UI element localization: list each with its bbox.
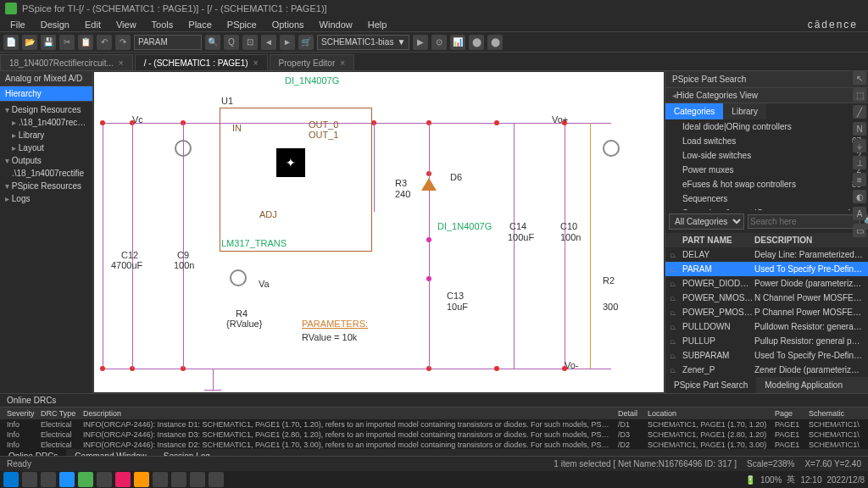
place-part-icon[interactable]: ⬚ [853, 88, 866, 102]
battery-icon[interactable]: 🔋 [745, 475, 755, 485]
close-icon[interactable]: × [119, 58, 124, 68]
run-icon[interactable]: ▶ [413, 35, 428, 50]
ime-icon[interactable]: 英 [787, 474, 795, 485]
part-row-power-pmos[interactable]: ⏢POWER_PMOS_PP Channel Power MOSFET (par… [665, 305, 868, 319]
part-row-power-nmos[interactable]: ⏢POWER_NMOS_PN Channel Power MOSFET (par… [665, 291, 868, 305]
tab-page1[interactable]: / - (SCHEMATIC1 : PAGE1)× [135, 54, 268, 70]
component-lm317[interactable] [220, 108, 372, 252]
diode-icon[interactable] [421, 178, 437, 191]
clock-date[interactable]: 2022/12/8 [827, 475, 865, 485]
explorer-icon[interactable] [41, 472, 56, 487]
probe-icon[interactable]: 📊 [450, 35, 465, 50]
zoom-in-icon[interactable]: 🔍 [205, 35, 220, 50]
cart-icon[interactable]: 🛒 [298, 35, 314, 50]
power-icon[interactable]: ⊥ [853, 156, 866, 169]
part-row-pullup[interactable]: ⏢PULLUPPullup Resistor: general paramete… [665, 334, 868, 348]
ground-icon[interactable] [204, 390, 221, 391]
part-row-subparam[interactable]: ⏢SUBPARAMUsed To Specify Pre-Defined Sub… [665, 348, 868, 363]
app-icon[interactable] [134, 472, 149, 487]
menu-window[interactable]: Window [313, 18, 359, 31]
next-icon[interactable]: ► [280, 35, 295, 50]
port-icon[interactable]: ◐ [853, 190, 866, 203]
tab-design[interactable]: 18_1N4007Rectifiercircuit...× [0, 54, 133, 70]
part-row-param[interactable]: ⏢PARAMUsed To Specify Pre-Defined Parame… [665, 262, 868, 276]
edge-icon[interactable] [59, 472, 75, 487]
app-icon[interactable] [209, 472, 224, 487]
menu-view[interactable]: View [109, 18, 143, 31]
tab-property-editor[interactable]: Property Editor× [270, 54, 355, 70]
app-icon[interactable] [115, 472, 131, 487]
wire[interactable] [213, 369, 214, 390]
parameters-title[interactable]: PARAMETERS: [302, 319, 368, 329]
tree-outputs[interactable]: Outputs [2, 154, 91, 167]
wire[interactable] [103, 123, 103, 369]
cat-load-switches[interactable]: Load switches67 [665, 134, 868, 148]
search-taskbar-icon[interactable] [22, 472, 37, 487]
close-icon[interactable]: × [253, 58, 259, 68]
part-row-pulldown[interactable]: ⏢PULLDOWNPulldown Resistor: general para… [665, 319, 868, 334]
prev-icon[interactable]: ◄ [261, 35, 276, 50]
tab-library[interactable]: Library [723, 103, 766, 119]
bus-icon[interactable]: ≡ [853, 173, 866, 186]
wire-icon[interactable]: ╱ [853, 105, 866, 119]
cat-efuse[interactable]: eFuses & hot swap controllers88 [665, 177, 868, 191]
rect-icon[interactable]: ▭ [853, 224, 866, 237]
sim-icon[interactable]: ⊙ [431, 35, 447, 50]
net-icon[interactable]: N [853, 122, 866, 136]
new-icon[interactable]: 📄 [3, 35, 19, 50]
undo-icon[interactable]: ↶ [97, 35, 112, 50]
menu-pspice[interactable]: PSpice [220, 18, 264, 31]
app-icon[interactable] [171, 472, 186, 487]
wire-r2[interactable] [590, 123, 591, 369]
redo-icon[interactable]: ↷ [115, 35, 131, 50]
tree-output-file[interactable]: .\18_1n4007rectifie [2, 167, 91, 180]
start-icon[interactable] [3, 472, 19, 487]
drc-row[interactable]: InfoElectricalINFO(ORCAP-2446): Instance… [0, 440, 868, 449]
filter-combo[interactable]: All Categories [669, 214, 744, 230]
zoom-fit-icon[interactable]: ⊡ [242, 35, 258, 50]
voltage-probe-icon[interactable] [603, 140, 620, 157]
wire[interactable] [565, 123, 565, 369]
part-row-power-diode[interactable]: ⏢POWER_DIODE_PPower Diode (parameterized… [665, 276, 868, 291]
app-icon[interactable] [153, 472, 168, 487]
cat-power-mux[interactable]: Power muxes2 [665, 163, 868, 177]
cat-ideal-diode[interactable]: Ideal diode|ORing controllers8 [665, 119, 868, 134]
menu-help[interactable]: Help [361, 18, 394, 31]
tree-dsn-file[interactable]: .\18_1n4007rectifier... [2, 116, 91, 129]
voltage-probe-icon[interactable] [230, 269, 247, 286]
menu-file[interactable]: File [3, 18, 32, 31]
sim-profile-combo[interactable]: SCHEMATIC1-bias ▼ [317, 35, 409, 50]
wire-c12[interactable] [132, 123, 133, 369]
wire[interactable] [103, 369, 611, 369]
cut-icon[interactable]: ✂ [59, 35, 75, 50]
tree-layout[interactable]: Layout [2, 141, 91, 154]
wechat-icon[interactable] [78, 472, 93, 487]
part-row-delay[interactable]: ⏢DELAYDelay Line: Parameterized delay [665, 247, 868, 262]
part-search-input[interactable] [134, 35, 202, 50]
open-icon[interactable]: 📂 [22, 35, 37, 50]
copy-icon[interactable]: 📋 [78, 35, 93, 50]
tree-logs[interactable]: Logs [2, 192, 91, 205]
wire-r3[interactable] [374, 123, 375, 212]
drc-row[interactable]: InfoElectricalINFO(ORCAP-2446): Instance… [0, 430, 868, 440]
select-icon[interactable]: ↖ [853, 71, 866, 85]
text-icon[interactable]: A [853, 207, 866, 220]
wire-c9[interactable] [183, 123, 184, 369]
app-icon[interactable] [190, 472, 205, 487]
tab-pspice-search[interactable]: PSpice Part Search [665, 377, 756, 393]
cat-low-side[interactable]: Low-side switches2 [665, 148, 868, 163]
voltage-probe-icon[interactable] [175, 140, 192, 157]
tree-design-resources[interactable]: Design Resources [2, 103, 91, 116]
wire-c14[interactable] [514, 123, 515, 369]
marker2-icon[interactable]: ⬤ [487, 35, 503, 50]
part-search-input[interactable] [748, 214, 860, 229]
menu-tools[interactable]: Tools [145, 18, 181, 31]
wire-d6[interactable] [429, 123, 430, 369]
tree-pspice-resources[interactable]: PSpice Resources [2, 180, 91, 192]
ground-icon[interactable]: ⏚ [853, 139, 866, 152]
clock-time[interactable]: 12:10 [800, 475, 821, 485]
part-row-zener[interactable]: ⏢Zener_PZener Diode (parameterized) [665, 363, 868, 377]
hide-categories[interactable]: Hide Categories View [676, 91, 758, 100]
schematic-canvas[interactable]: DI_1N4007G U1 IN [93, 71, 665, 393]
menu-place[interactable]: Place [181, 18, 219, 31]
